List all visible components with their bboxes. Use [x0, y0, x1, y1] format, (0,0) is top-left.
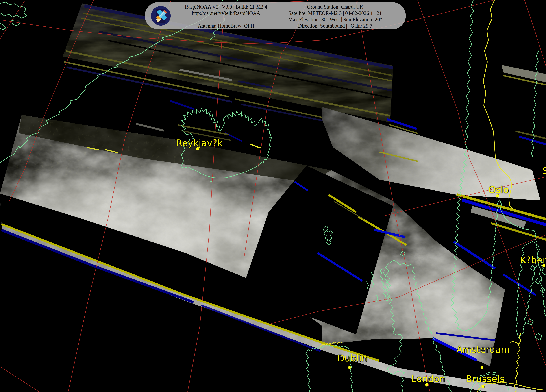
header-pass-info: Ground Station: Chard, UK Satellite: MET… — [283, 4, 388, 29]
header-antenna: Antenna: HomeBrew_QFH — [173, 23, 280, 29]
city-dot-dublin — [348, 366, 351, 369]
header-satellite: Satellite: METEOR-M2 3 | 04-02-2026 11:2… — [283, 10, 388, 16]
city-label-dublin: Dublin — [338, 353, 367, 364]
city-label-stockholm-clipped: S — [542, 166, 546, 176]
header-title: RaspiNOAA V2 | V3.0 | Build: 11-M2 4 — [173, 4, 280, 10]
header-direction-gain: Direction: Southbound | | Gain: 29.7 — [283, 23, 388, 29]
header-station-info: RaspiNOAA V2 | V3.0 | Build: 11-M2 4 htt… — [173, 4, 280, 29]
map-canvas — [0, 0, 546, 392]
header-ground-station: Ground Station: Chard, UK — [283, 4, 388, 10]
satellite-composite-image: Reykjav?k Oslo Dublin London Brussels Am… — [0, 0, 546, 392]
city-label-oslo: Oslo — [488, 184, 509, 195]
city-label-kobenhavn: K?ben — [520, 255, 546, 265]
header-url: http://qsl.net/ve3elb/RaspiNOAA — [173, 10, 280, 16]
satellite-logo-icon — [151, 6, 171, 26]
city-label-reykjavik: Reykjav?k — [176, 138, 223, 148]
header-elevation: Max Elevation: 30° West | Sun Elevation:… — [283, 16, 388, 23]
city-label-amsterdam: Amsterdam — [456, 344, 510, 355]
city-dot-brussels — [482, 385, 485, 388]
info-header-box: RaspiNOAA V2 | V3.0 | Build: 11-M2 4 htt… — [145, 2, 406, 29]
city-label-london: London — [411, 373, 445, 384]
city-dot-amsterdam — [481, 366, 483, 369]
header-separator: -------------------------------------- — [173, 16, 280, 23]
city-label-brussels: Brussels — [466, 373, 505, 384]
